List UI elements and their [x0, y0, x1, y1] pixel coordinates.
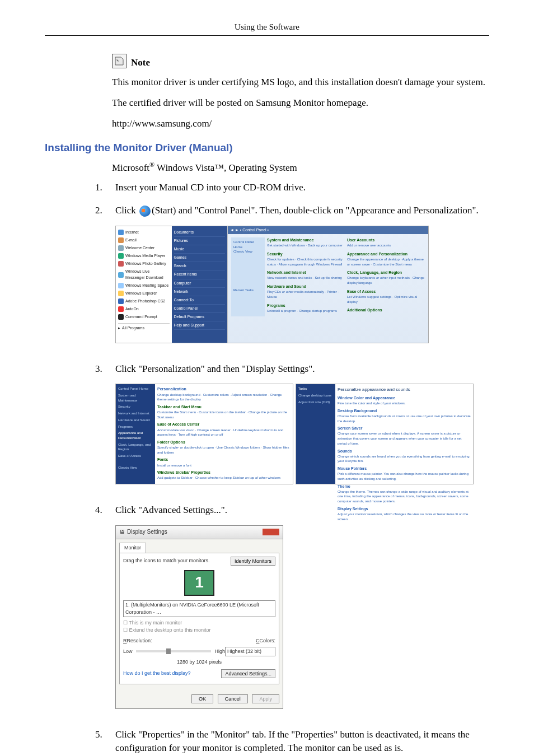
- figure-start-control-panel: Internet E-mail Welcome Center Windows M…: [115, 226, 489, 343]
- step-2-text-b: (Start) and "Control Panel". Then, doubl…: [152, 205, 479, 216]
- ok-button: OK: [191, 694, 213, 703]
- step-3-text: Click "Personalization" and then "Displa…: [115, 362, 489, 376]
- tab-monitor: Monitor: [119, 543, 146, 553]
- drag-label: Drag the icons to match your monitors.: [123, 557, 210, 564]
- slider-high: High: [214, 648, 225, 655]
- note-url: http://www.samsung.com/: [112, 118, 489, 130]
- step-4-text: Click "Advanced Settings...".: [115, 503, 489, 517]
- page-header: Using the Software: [45, 22, 489, 36]
- colors-label: Colors:: [259, 638, 275, 643]
- figure-display-settings: 🖥Display Settings Monitor Drag the icons…: [115, 525, 489, 709]
- step-5-p1: Click "Properties" in the "Monitor" tab.…: [115, 728, 489, 755]
- apply-button: Apply: [252, 694, 279, 703]
- resolution-value: 1280 by 1024 pixels: [123, 659, 275, 666]
- step-1-text: Insert your Manual CD into your CD-ROM d…: [115, 181, 489, 195]
- close-icon: [263, 529, 279, 535]
- step-5-num: 5.: [95, 728, 115, 756]
- start-menu-left: Internet E-mail Welcome Center Windows M…: [116, 226, 172, 343]
- chk-extend-desktop: Extend the desktop onto this monitor: [129, 627, 211, 633]
- figure-personalization: Control Panel HomeSystem and Maintenance…: [115, 384, 489, 484]
- chk-main-monitor: This is my main monitor: [129, 620, 182, 626]
- step-2-text: Click (Start) and "Control Panel". Then,…: [115, 204, 489, 218]
- cancel-button: Cancel: [218, 694, 248, 703]
- note-label: Note: [131, 57, 150, 68]
- dlg-title: Display Settings: [127, 528, 167, 536]
- monitor-preview: 1: [184, 570, 214, 596]
- note-icon: [112, 54, 127, 68]
- step-2-text-a: Click: [115, 205, 138, 216]
- advanced-settings-button: Advanced Settings...: [221, 669, 275, 678]
- note-line-2: The certified driver will be posted on S…: [112, 97, 489, 110]
- note-line-1: This monitor driver is under certifying …: [112, 76, 489, 89]
- os-line: Microsoft® Windows Vista™, Operating Sys…: [112, 161, 489, 174]
- help-link: How do I get the best display?: [123, 670, 191, 677]
- step-2-num: 2.: [95, 204, 115, 353]
- slider-low: Low: [123, 648, 133, 655]
- section-heading: Installing the Monitor Driver (Manual): [45, 142, 489, 154]
- color-depth-dropdown: Highest (32 bit): [225, 647, 275, 656]
- resolution-label: Resolution:: [127, 638, 152, 643]
- step-3-num: 3.: [95, 362, 115, 495]
- start-orb-icon: [139, 206, 151, 217]
- start-menu-right: DocumentsPictures MusicGames SearchRecen…: [172, 226, 228, 343]
- identify-monitors-button: Identify Monitors: [231, 557, 275, 566]
- step-4-num: 4.: [95, 503, 115, 718]
- monitor-dropdown: 1. (MultipleMonitors) on NVIDIA GeForce6…: [123, 600, 275, 617]
- os-prefix: Microsoft: [112, 162, 149, 172]
- note-block: Note: [112, 54, 489, 68]
- step-1-num: 1.: [95, 181, 115, 195]
- os-suffix: Windows Vista™, Operating System: [154, 162, 297, 172]
